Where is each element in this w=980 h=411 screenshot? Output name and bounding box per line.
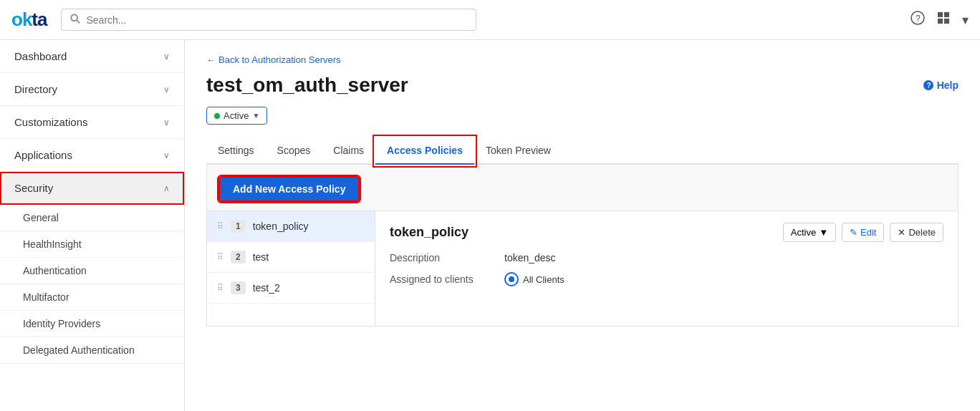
sidebar-item-customizations[interactable]: Customizations ∨ [0, 106, 184, 139]
main-layout: Dashboard ∨ Directory ∨ Customizations ∨… [0, 40, 980, 411]
tab-settings[interactable]: Settings [206, 137, 266, 165]
drag-handle-icon: ⠿ [217, 283, 224, 293]
delete-label: Delete [908, 227, 936, 238]
policy-description-row: Description token_desc [390, 252, 943, 263]
sidebar-item-label: Directory [14, 83, 57, 95]
policy-name: test [253, 251, 269, 263]
status-dot [214, 113, 220, 119]
status-label: Active [224, 110, 249, 121]
breadcrumb-text: Back to Authorization Servers [218, 54, 341, 65]
breadcrumb-arrow: ← [206, 54, 216, 65]
chevron-down-icon[interactable]: ▾ [962, 12, 969, 28]
sidebar-sub-item-label: HealthInsight [23, 238, 82, 250]
tab-label: Token Preview [486, 145, 551, 156]
sidebar-sub-item-multifactor[interactable]: Multifactor [0, 284, 184, 311]
tab-content: Add New Access Policy ⠿ 1 token_policy ⠿ [206, 165, 959, 327]
chevron-icon: ∨ [163, 52, 170, 62]
sidebar-sub-item-label: Authentication [23, 265, 87, 276]
policy-list-item-3[interactable]: ⠿ 3 test_2 [207, 273, 375, 304]
sidebar-sub-item-identity-providers[interactable]: Identity Providers [0, 311, 184, 337]
content-area: ← Back to Authorization Servers test_om_… [185, 40, 980, 411]
sidebar-sub-item-authentication[interactable]: Authentication [0, 258, 184, 284]
policy-edit-button[interactable]: ✎ Edit [842, 223, 884, 242]
grid-icon[interactable] [936, 11, 951, 29]
help-circle-icon[interactable]: ? [911, 11, 925, 29]
help-link[interactable]: ? Help [923, 79, 959, 91]
sidebar-sub-item-label: Delegated Authentication [23, 344, 135, 356]
sidebar: Dashboard ∨ Directory ∨ Customizations ∨… [0, 40, 185, 411]
logo: okta [11, 9, 47, 31]
tab-claims[interactable]: Claims [322, 137, 375, 165]
policy-number: 3 [231, 281, 246, 294]
sidebar-item-label: Security [14, 182, 53, 194]
tab-label: Scopes [277, 145, 311, 156]
status-caret: ▼ [252, 112, 259, 120]
chevron-icon: ∧ [163, 183, 170, 193]
policy-status-button[interactable]: Active ▼ [783, 223, 836, 242]
page-title-row: test_om_auth_server ? Help [206, 74, 959, 97]
description-label: Description [390, 252, 504, 263]
sidebar-item-label: Applications [14, 149, 72, 161]
policy-list-item-1[interactable]: ⠿ 1 token_policy [207, 211, 375, 242]
delete-icon: ✕ [898, 227, 905, 238]
svg-text:?: ? [916, 14, 921, 24]
policy-detail-title: token_policy [390, 225, 469, 240]
svg-line-1 [77, 20, 80, 23]
page-title: test_om_auth_server [206, 74, 408, 97]
help-label: Help [937, 79, 959, 91]
policy-name: token_policy [253, 221, 309, 232]
svg-point-0 [72, 14, 78, 21]
policy-clients-row: Assigned to clients All Clients [390, 272, 943, 286]
policy-delete-button[interactable]: ✕ Delete [890, 223, 943, 242]
policy-name: test_2 [253, 282, 280, 294]
tab-scopes[interactable]: Scopes [266, 137, 322, 165]
app-container: okta ? ▾ Dashboard ∨ [0, 0, 980, 411]
breadcrumb[interactable]: ← Back to Authorization Servers [206, 54, 959, 65]
clients-label: Assigned to clients [390, 274, 504, 285]
tab-access-policies[interactable]: Access Policies [375, 137, 474, 165]
svg-rect-6 [938, 19, 943, 24]
sidebar-sub-item-label: General [23, 212, 59, 223]
top-bar: okta ? ▾ [0, 0, 980, 40]
sidebar-item-label: Dashboard [14, 50, 67, 62]
edit-icon: ✎ [850, 227, 858, 238]
tab-token-preview[interactable]: Token Preview [474, 137, 562, 165]
sidebar-item-directory[interactable]: Directory ∨ [0, 73, 184, 106]
add-new-access-policy-button[interactable]: Add New Access Policy [218, 176, 360, 202]
policy-detail-actions: Active ▼ ✎ Edit ✕ Delete [783, 223, 943, 242]
drag-handle-icon: ⠿ [217, 252, 224, 262]
policy-detail-title-row: token_policy Active ▼ ✎ Edit [390, 223, 943, 242]
drag-handle-icon: ⠿ [217, 221, 224, 231]
sidebar-item-label: Customizations [14, 116, 88, 128]
status-badge[interactable]: Active ▼ [206, 107, 267, 125]
policy-number: 1 [231, 220, 246, 233]
search-icon [70, 14, 80, 26]
svg-rect-4 [938, 12, 943, 17]
clients-value: All Clients [523, 274, 565, 285]
tabs: Settings Scopes Claims Access Policies T… [206, 137, 959, 165]
sidebar-sub-item-label: Identity Providers [23, 318, 100, 329]
chevron-icon: ∨ [163, 150, 170, 160]
sidebar-sub-item-delegated-auth[interactable]: Delegated Authentication [0, 337, 184, 364]
sidebar-item-applications[interactable]: Applications ∨ [0, 139, 184, 172]
sidebar-item-security[interactable]: Security ∧ [0, 172, 184, 205]
policy-status-label: Active [791, 227, 816, 238]
svg-rect-7 [944, 19, 949, 24]
tab-label: Claims [333, 145, 364, 156]
tab-label: Settings [218, 145, 254, 156]
add-policy-btn-label: Add New Access Policy [233, 183, 345, 195]
search-input[interactable] [86, 14, 467, 26]
svg-text:?: ? [926, 82, 931, 90]
policy-detail: token_policy Active ▼ ✎ Edit [375, 211, 958, 326]
chevron-icon: ∨ [163, 84, 170, 95]
policy-number: 2 [231, 251, 246, 263]
policy-list-item-2[interactable]: ⠿ 2 test [207, 242, 375, 273]
logo-text: okta [11, 9, 47, 31]
sidebar-sub-item-general[interactable]: General [0, 205, 184, 231]
sidebar-sub-item-healthinsight[interactable]: HealthInsight [0, 231, 184, 258]
search-box[interactable] [61, 9, 476, 31]
sidebar-item-dashboard[interactable]: Dashboard ∨ [0, 40, 184, 73]
tab-label: Access Policies [387, 145, 463, 156]
all-clients-icon [504, 272, 519, 286]
all-clients-badge: All Clients [504, 272, 565, 286]
